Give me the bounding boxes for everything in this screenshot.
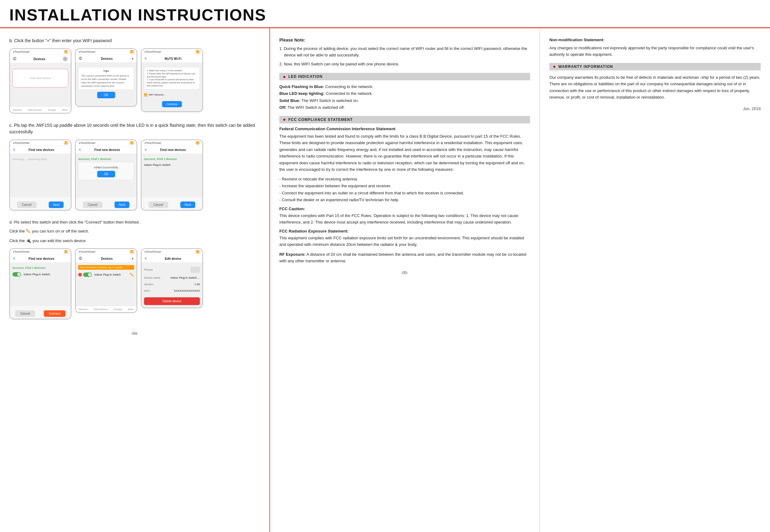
phone-d1-success: Success, Find 1 devices!: [12, 266, 68, 269]
phone-b3-nav-title: MyTS Wi-Fi: [165, 57, 181, 60]
phone-d3-version-val: 1.06: [194, 283, 200, 286]
phone-d2-device-item: Indoor Plug-In Switch ✏️: [78, 271, 134, 279]
phone-b1-add-icon[interactable]: +: [63, 56, 68, 61]
phone-d2-toggle[interactable]: [83, 273, 92, 277]
phone-d1: eTouchSmart 📶 < Find new devices Success…: [9, 248, 71, 319]
phone-d3-nav-title: Edit device: [165, 257, 181, 260]
phone-b2: eTouchSmart 📶 ⓘ Devices + Tips The curre…: [75, 48, 137, 107]
warranty-section-bar: ◆ WARRANTY INFORMATION: [549, 63, 761, 70]
phone-d1-toggle[interactable]: [12, 272, 21, 277]
fcc-radiation-body: This equipment complies with FCC radiati…: [279, 235, 530, 248]
middle-column: Please Note: 1. During the process of ad…: [270, 28, 540, 532]
led-section-title: LED INDICATION: [288, 74, 323, 79]
phone-c1-statusbar: eTouchSmart 📶: [10, 140, 71, 146]
phone-c3-next-btn[interactable]: Next: [180, 202, 196, 208]
phone-d3-statusbar: eTouchSmart 📶: [141, 249, 203, 255]
fcc-rf-title: RF Exposure:: [279, 252, 306, 257]
led-item-3: Solid Blue: The WIFI Switch is switched …: [279, 97, 530, 104]
led-section-bar: ◆ LED INDICATION: [279, 73, 530, 80]
phone-d1-nav-title: Find new devices: [29, 257, 54, 260]
phone-b3-wifi-item: 📶 WiFi Network...: [144, 92, 200, 98]
led-text-4: The WIFI Switch is switched off.: [288, 105, 345, 110]
phone-b3-note2: 2. Please enter the WiFi password so tha…: [147, 72, 197, 78]
phone-d2-device-actions: ✏️: [130, 273, 134, 277]
phone-c2-appname: eTouchSmart: [79, 141, 95, 144]
fcc-rf-body-text: A distance of 20 cm shall be maintained …: [279, 252, 526, 263]
phone-b2-add-icon[interactable]: +: [131, 57, 133, 60]
phone-b3-notes-box: 1. Make sure using 2.4 GHz network. 2. P…: [144, 67, 200, 90]
phone-b2-tips-title: Tips: [81, 69, 131, 73]
phone-d1-connect-btn[interactable]: Connect: [44, 310, 65, 317]
phone-c3-cancel-btn[interactable]: Cancel: [149, 202, 168, 208]
fcc-radiation-title: FCC Radiation Exposure Statement:: [279, 229, 530, 233]
phone-c3-btn-row: Cancel Next: [143, 202, 201, 208]
note-item-1: 1. During the process of adding device, …: [279, 46, 530, 59]
phone-c1-searching: Searching .... (Searching SSID): [12, 158, 68, 161]
phone-d2-footer-add: Add Devices: [94, 308, 108, 311]
phone-d3-picture-row: Picture: [144, 265, 200, 275]
phone-c1-signal: 📶: [64, 141, 68, 144]
phone-d3-delete-btn[interactable]: Delete device: [144, 297, 200, 305]
phone-c2-cancel-btn[interactable]: Cancel: [83, 202, 102, 208]
page-header: INSTALLATION INSTRUCTIONS: [0, 0, 770, 28]
fcc-body1: The equipment has been tested and found …: [279, 133, 530, 173]
phone-c1-btn-area: Cancel Next: [10, 197, 71, 210]
phone-b1-find-device-label: Find New Device: [30, 77, 51, 80]
fcc-section-title: FCC COMPLIANCE STATEMENT: [288, 117, 353, 122]
phone-d1-cancel-btn[interactable]: Cancel: [15, 310, 35, 317]
phone-d1-signal: 📶: [64, 250, 68, 253]
phone-c2-ok-btn[interactable]: OK: [97, 171, 115, 177]
step-d-click1-text: Click the: [9, 229, 25, 233]
phone-b2-signal: 📶: [130, 50, 133, 53]
phone-b3-back-arrow[interactable]: <: [145, 56, 147, 61]
phone-d3-mac-row: MAC XXXXXXXXXXXXXX: [144, 288, 200, 294]
phone-b3: eTouchSmart 📶 < MyTS Wi-Fi 1. Make sure …: [141, 48, 203, 112]
page-wrapper: INSTALLATION INSTRUCTIONS b. Click the b…: [0, 0, 770, 532]
phone-d2-firmware-bar: New Firmware available, tap to update: [78, 265, 134, 270]
phone-b1-navbar: ⓘ Devices +: [10, 55, 71, 63]
fcc-caution-body: This device complies with Part 15 of the…: [279, 212, 530, 226]
phone-b2-ok-btn[interactable]: OK: [97, 92, 115, 98]
phone-b1-footer-edit: Edit Devices: [28, 109, 42, 111]
phone-c2-statusbar: eTouchSmart 📶: [76, 140, 136, 146]
phone-c2-navbar: < Find new devices: [76, 146, 136, 154]
phone-c3-device-item: Indoor Plug-in Switch: [144, 162, 200, 168]
phones-row-d: eTouchSmart 📶 < Find new devices Success…: [9, 248, 260, 319]
phone-d2-add-icon[interactable]: +: [131, 257, 133, 260]
phone-d1-appname: eTouchSmart: [13, 250, 29, 253]
phone-b2-info-icon: ⓘ: [79, 56, 82, 61]
step-d-click2-text: Click the: [9, 238, 25, 243]
phone-c1-back[interactable]: <: [13, 148, 15, 152]
phone-d1-back[interactable]: <: [13, 256, 15, 261]
phone-c2-back[interactable]: <: [79, 148, 81, 152]
phone-d2-status-dot: [78, 273, 82, 277]
note-item-2: 2. Now, this WIFI Switch can only be pai…: [279, 61, 530, 68]
phone-c1-cancel-btn[interactable]: Cancel: [17, 202, 37, 208]
phone-d2-info-icon: ⓘ: [79, 256, 82, 261]
fcc-measures-list: - Reorient or relocate the receiving ant…: [279, 176, 530, 203]
non-mod-title: Non-modification Statement:: [549, 38, 761, 42]
phone-c3-back[interactable]: <: [145, 148, 147, 152]
led-text-2: Connected to the network.: [326, 91, 373, 96]
phone-b3-wifi-ssid: WiFi Network...: [149, 93, 165, 96]
led-text-3: The WIFI Switch is switched on.: [301, 98, 358, 103]
phone-b3-continue-btn[interactable]: Continue: [162, 101, 182, 107]
phone-c2-body: Success, Find 1 devices! Added Successfu…: [76, 154, 136, 197]
phone-d2-edit-icon[interactable]: ✏️: [130, 273, 134, 277]
phone-d1-navbar: < Find new devices: [10, 255, 71, 263]
phone-c3-btn-area: Cancel Next: [141, 197, 203, 210]
phone-c2-next-btn[interactable]: Next: [114, 202, 130, 208]
phone-d3-mac-val: XXXXXXXXXXXXXX: [174, 289, 200, 292]
phone-d1-statusbar: eTouchSmart 📶: [10, 249, 71, 255]
phone-d2-device-name: Indoor Plug-In Switch: [94, 273, 121, 276]
led-label-3: Solid Blue:: [279, 98, 301, 103]
phone-d3-back[interactable]: <: [145, 256, 147, 261]
step-d-click2-action: you can edit this swich device.: [32, 238, 87, 243]
phone-c1-next-btn[interactable]: Next: [49, 202, 64, 208]
phone-c3-appname: eTouchSmart: [145, 141, 161, 144]
left-column: b. Click the button "+" then enter your …: [0, 28, 270, 532]
phones-row-c: eTouchSmart 📶 < Find new devices Searchi…: [9, 140, 260, 211]
phone-c2-signal: 📶: [130, 141, 133, 144]
phone-b1-body: Find New Device: [10, 63, 71, 107]
date-line: Jun, 2018: [549, 106, 761, 111]
